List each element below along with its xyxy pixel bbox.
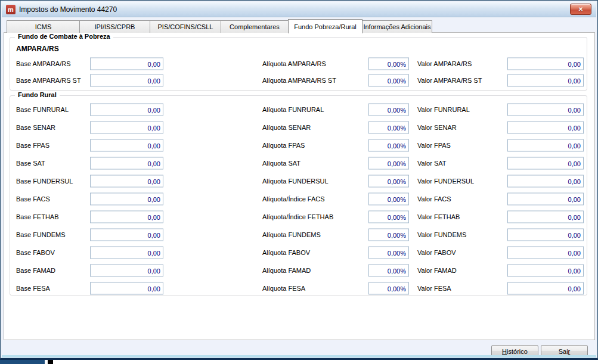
aliquota-input[interactable]: [368, 175, 409, 188]
group-title: Fundo Rural: [15, 91, 60, 98]
valor-input[interactable]: [507, 157, 584, 170]
aliquota-input[interactable]: [368, 74, 409, 87]
base-label: Base FUNDERSUL: [16, 178, 73, 185]
aliquota-label: Alíquota/Índice FACS: [262, 195, 325, 203]
aliquota-input[interactable]: [368, 211, 409, 223]
tab-pis-cofins-csll[interactable]: PIS/COFINS/CSLL: [150, 20, 221, 33]
valor-input[interactable]: [507, 74, 584, 87]
aliquota-input[interactable]: [368, 157, 409, 170]
base-label: Base FUNDEMS: [16, 231, 66, 238]
tax-row: Base FUNDEMS Alíquota FUNDEMS Valor FUND…: [10, 226, 587, 244]
base-label: Base SENAR: [16, 124, 55, 131]
aliquota-label: Alíquota/Índice FETHAB: [262, 213, 333, 220]
historico-label-post: istórico: [507, 348, 528, 355]
valor-input[interactable]: [507, 58, 584, 70]
tab-complementares[interactable]: Complementares: [221, 20, 289, 33]
tax-row: Base FACS Alíquota/Índice FACS Valor FAC…: [10, 190, 587, 208]
valor-label: Valor AMPARA/RS ST: [417, 77, 482, 84]
tax-row: Base FUNRURAL Alíquota FUNRURAL Valor FU…: [10, 101, 587, 119]
valor-input[interactable]: [507, 175, 584, 188]
close-button[interactable]: ✕: [570, 4, 591, 15]
base-input[interactable]: [90, 74, 163, 87]
valor-input[interactable]: [507, 193, 584, 206]
aliquota-input[interactable]: [368, 265, 409, 277]
base-input[interactable]: [90, 122, 163, 134]
sair-label-key: r: [568, 348, 571, 355]
valor-input[interactable]: [507, 211, 584, 223]
tax-row: Base FAMAD Alíquota FAMAD Valor FAMAD: [10, 262, 587, 279]
tab-content-panel: Fundo de Combate à Pobreza AMPARA/RS Bas…: [4, 32, 595, 340]
base-label: Base SAT: [16, 160, 45, 167]
tab-bar: ICMS IPI/ISS/CPRB PIS/COFINS/CSLL Comple…: [7, 18, 432, 33]
base-input[interactable]: [90, 157, 163, 170]
base-input[interactable]: [90, 247, 163, 259]
background-window-fragment: [0, 360, 45, 364]
valor-input[interactable]: [507, 122, 584, 134]
valor-input[interactable]: [507, 265, 584, 277]
aliquota-input[interactable]: [368, 58, 409, 70]
aliquota-label: Alíquota FAMAD: [262, 267, 311, 274]
aliquota-input[interactable]: [368, 139, 409, 152]
valor-input[interactable]: [507, 139, 584, 152]
aliquota-label: Alíquota FUNRURAL: [262, 106, 324, 113]
valor-input[interactable]: [507, 247, 584, 259]
valor-label: Valor FPAS: [417, 142, 451, 149]
tab-label: Fundo Pobreza/Rural: [294, 23, 357, 30]
base-label: Base FESA: [16, 285, 50, 292]
aliquota-label: Alíquota FPAS: [262, 142, 305, 149]
aliquota-input[interactable]: [368, 104, 409, 116]
base-label: Base FETHAB: [16, 213, 59, 220]
tax-row: Base FPAS Alíquota FPAS Valor FPAS: [10, 136, 587, 154]
base-input[interactable]: [90, 265, 163, 277]
valor-label: Valor FACS: [417, 195, 451, 203]
tax-row: Base AMPARA/RS Alíquota AMPARA/RS Valor …: [10, 55, 587, 72]
aliquota-input[interactable]: [368, 229, 409, 241]
historico-label-key: H: [502, 348, 507, 355]
aliquota-input[interactable]: [368, 122, 409, 134]
base-input[interactable]: [90, 175, 163, 188]
ampara-rs-subtitle: AMPARA/RS: [16, 45, 59, 53]
aliquota-label: Alíquota FUNDEMS: [262, 231, 321, 238]
base-input[interactable]: [90, 104, 163, 116]
group-fundo-combate-pobreza: Fundo de Combate à Pobreza AMPARA/RS Bas…: [10, 37, 587, 91]
sair-label-pre: Sai: [559, 348, 568, 355]
valor-label: Valor AMPARA/RS: [417, 60, 472, 67]
aliquota-input[interactable]: [368, 247, 409, 259]
base-label: Base FPAS: [16, 142, 49, 149]
base-label: Base AMPARA/RS: [16, 60, 71, 67]
valor-input[interactable]: [507, 104, 584, 116]
base-label: Base FUNRURAL: [16, 106, 69, 113]
aliquota-label: Alíquota AMPARA/RS ST: [262, 77, 336, 84]
aliquota-input[interactable]: [368, 193, 409, 206]
valor-label: Valor FABOV: [417, 249, 456, 256]
valor-input[interactable]: [507, 229, 584, 241]
base-input[interactable]: [90, 229, 163, 241]
window-bottom-glow: [2, 355, 596, 357]
aliquota-label: Alíquota FUNDERSUL: [262, 178, 329, 185]
close-icon: ✕: [578, 6, 583, 13]
base-input[interactable]: [90, 58, 163, 70]
valor-label: Valor FUNRURAL: [417, 106, 470, 113]
valor-label: Valor SAT: [417, 160, 447, 167]
window-title: Impostos do Movimento 44270: [19, 5, 117, 14]
valor-input[interactable]: [507, 282, 584, 295]
base-input[interactable]: [90, 282, 163, 295]
aliquota-label: Alíquota SAT: [262, 160, 300, 167]
title-bar: m Impostos do Movimento 44270 ✕: [2, 2, 596, 17]
aliquota-label: Alíquota FESA: [262, 285, 305, 292]
group-fundo-rural: Fundo Rural Base FUNRURAL Alíquota FUNRU…: [10, 95, 587, 295]
tax-row: Base SENAR Alíquota SENAR Valor SENAR: [10, 119, 587, 136]
tab-ipi-iss-cprb[interactable]: IPI/ISS/CPRB: [79, 20, 150, 33]
tab-icms[interactable]: ICMS: [7, 20, 80, 33]
base-input[interactable]: [90, 139, 163, 152]
base-label: Base FAMAD: [16, 267, 55, 274]
aliquota-input[interactable]: [368, 282, 409, 295]
tab-label: Informações Adicionais: [363, 23, 430, 30]
tax-row: Base SAT Alíquota SAT Valor SAT: [10, 154, 587, 172]
base-input[interactable]: [90, 211, 163, 223]
base-input[interactable]: [90, 193, 163, 206]
aliquota-label: Alíquota AMPARA/RS: [262, 60, 326, 67]
valor-label: Valor SENAR: [417, 124, 457, 131]
tab-fundo-pobreza-rural[interactable]: Fundo Pobreza/Rural: [288, 19, 362, 33]
tab-informa-es-adicionais[interactable]: Informações Adicionais: [362, 20, 432, 33]
